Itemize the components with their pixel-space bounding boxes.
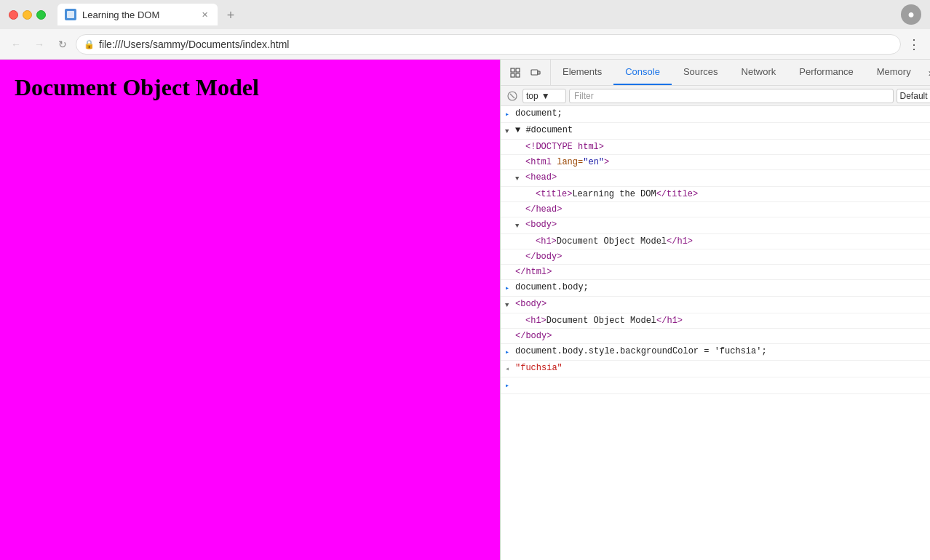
tab-title: Learning the DOM [82, 9, 193, 20]
console-line-content: <title>Learning the DOM</title> [536, 188, 930, 200]
tab-sources[interactable]: Sources [672, 60, 730, 85]
tab-favicon-icon [65, 9, 76, 20]
console-line[interactable]: ▸ [501, 377, 930, 394]
console-line-content: <head> [525, 172, 930, 183]
console-line-content: <body> [525, 219, 930, 231]
console-expand-arrow [525, 188, 536, 190]
console-line-content: ▼ #document [515, 124, 930, 136]
console-line[interactable]: ▸document.body.style.backgroundColor = '… [501, 344, 930, 361]
console-level-value: Default levels [900, 91, 930, 101]
clear-console-button[interactable] [505, 89, 520, 103]
console-expand-arrow [515, 141, 525, 143]
browser-window: Learning the DOM ✕ + ● ← → ↻ 🔒 file:///U… [0, 0, 930, 560]
devtools-topbar: Elements Console Sources Network Perform… [501, 60, 930, 86]
console-line[interactable]: <title>Learning the DOM</title> [501, 187, 930, 202]
console-line[interactable]: <h1>Document Object Model</h1> [501, 313, 930, 329]
console-line-content: <h1>Document Object Model</h1> [536, 236, 930, 247]
filter-placeholder: Filter [574, 91, 594, 101]
console-line[interactable]: </head> [501, 202, 930, 217]
tab-elements[interactable]: Elements [551, 60, 613, 85]
tabs-area: Learning the DOM ✕ + [52, 4, 895, 25]
console-expand-arrow [525, 236, 536, 237]
devtools-icons [501, 60, 551, 85]
forward-button[interactable]: → [29, 34, 49, 55]
page-heading: Document Object Model [15, 74, 259, 101]
console-output[interactable]: ▸document;▼▼ #document<!DOCTYPE html><ht… [501, 106, 930, 560]
new-tab-button[interactable]: + [220, 5, 241, 25]
lock-icon: 🔒 [84, 39, 95, 49]
console-expand-arrow[interactable]: ▸ [505, 379, 515, 392]
devtools-panel: Elements Console Sources Network Perform… [500, 60, 930, 560]
more-tabs-button[interactable]: » [923, 60, 930, 85]
console-context-select[interactable]: top ▼ [522, 89, 566, 103]
console-expand-arrow[interactable]: ▼ [515, 219, 525, 232]
title-bar: Learning the DOM ✕ + ● [0, 0, 930, 29]
console-line-content: <html lang="en"> [525, 156, 930, 168]
inspect-element-button[interactable] [506, 64, 524, 81]
browser-tab[interactable]: Learning the DOM ✕ [57, 4, 218, 25]
console-line-content: <body> [515, 298, 930, 310]
console-line-content: document.body.style.backgroundColor = 'f… [515, 345, 930, 357]
console-expand-arrow[interactable]: ◂ [505, 362, 515, 375]
tab-network[interactable]: Network [730, 60, 788, 85]
console-line[interactable]: <html lang="en"> [501, 155, 930, 170]
profile-area[interactable]: ● [901, 4, 921, 25]
console-expand-arrow[interactable]: ▸ [505, 281, 515, 295]
console-expand-arrow[interactable]: ▼ [505, 124, 515, 137]
close-button[interactable] [9, 10, 18, 20]
traffic-lights [9, 10, 46, 20]
console-expand-arrow[interactable]: ▼ [505, 298, 515, 311]
console-line[interactable]: ▼<head> [501, 170, 930, 187]
address-text: file:///Users/sammy/Documents/index.html [99, 39, 893, 50]
svg-rect-0 [67, 11, 74, 18]
chevron-down-icon: ▼ [541, 91, 550, 101]
console-line[interactable]: </body> [501, 329, 930, 344]
tab-console[interactable]: Console [613, 60, 672, 85]
svg-rect-5 [531, 70, 538, 75]
console-line[interactable]: </html> [501, 265, 930, 280]
reload-button[interactable]: ↻ [52, 34, 73, 55]
console-line-content: </head> [525, 204, 930, 215]
console-line[interactable]: ▼<body> [501, 297, 930, 313]
console-line[interactable]: <h1>Document Object Model</h1> [501, 234, 930, 249]
console-expand-arrow [505, 330, 515, 332]
console-expand-arrow [505, 266, 515, 268]
console-line-content: <!DOCTYPE html> [525, 141, 930, 153]
console-toolbar: top ▼ Filter Default levels ▼ ⚙ [501, 86, 930, 106]
console-line[interactable]: ◂"fuchsia" [501, 361, 930, 377]
minimize-button[interactable] [23, 10, 32, 20]
console-line[interactable]: ▼<body> [501, 217, 930, 234]
console-line[interactable]: ▸document; [501, 106, 930, 123]
console-filter-input[interactable]: Filter [569, 89, 894, 103]
address-bar[interactable]: 🔒 file:///Users/sammy/Documents/index.ht… [76, 34, 901, 55]
console-line[interactable]: </body> [501, 249, 930, 265]
back-button[interactable]: ← [6, 34, 26, 55]
content-area: Document Object Model [0, 60, 930, 560]
responsive-mode-button[interactable] [527, 64, 544, 81]
console-expand-arrow [515, 251, 525, 252]
console-expand-arrow [515, 156, 525, 158]
console-line-content: </html> [515, 266, 930, 278]
console-expand-arrow [515, 315, 525, 316]
svg-rect-4 [516, 73, 520, 77]
tab-memory[interactable]: Memory [865, 60, 923, 85]
console-line[interactable]: ▸document.body; [501, 280, 930, 297]
page-content: Document Object Model [0, 60, 500, 560]
maximize-button[interactable] [36, 10, 46, 20]
tab-close-button[interactable]: ✕ [199, 9, 210, 20]
svg-rect-2 [516, 68, 520, 72]
console-expand-arrow[interactable]: ▼ [515, 172, 525, 185]
browser-menu-button[interactable]: ⋮ [904, 34, 924, 55]
tab-performance[interactable]: Performance [787, 60, 865, 85]
svg-rect-3 [511, 73, 514, 77]
devtools-tabs: Elements Console Sources Network Perform… [551, 60, 930, 85]
nav-bar: ← → ↻ 🔒 file:///Users/sammy/Documents/in… [0, 29, 930, 60]
console-line[interactable]: ▼▼ #document [501, 123, 930, 140]
svg-rect-6 [538, 71, 540, 74]
console-expand-arrow[interactable]: ▸ [505, 345, 515, 359]
console-level-select[interactable]: Default levels ▼ [897, 89, 930, 103]
console-context-value: top [526, 91, 538, 101]
console-expand-arrow[interactable]: ▸ [505, 108, 515, 121]
console-line[interactable]: <!DOCTYPE html> [501, 140, 930, 155]
console-line-content: </body> [515, 330, 930, 342]
